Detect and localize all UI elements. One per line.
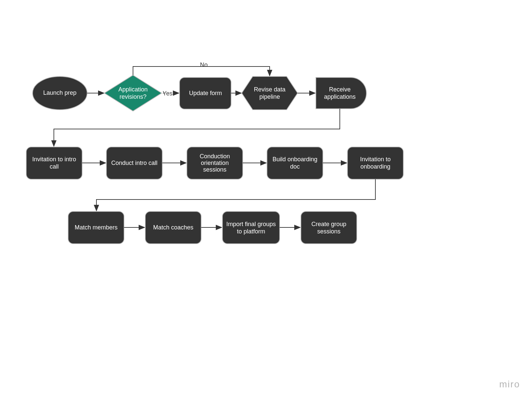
node-builddoc-l1: Build onboarding	[272, 156, 317, 163]
node-launch-prep-label: Launch prep	[43, 89, 76, 96]
node-revise-data-l2: pipeline	[259, 93, 280, 100]
edge-receive-to-inviteintro	[54, 109, 340, 146]
svg-rect-12	[222, 211, 280, 244]
edge-inviteonboard-to-matchmembers	[96, 179, 375, 211]
node-conduct-intro[interactable]: Conduct intro call	[106, 147, 162, 179]
node-app-rev-l1: Application	[118, 86, 148, 93]
node-orientation-l3: sessions	[203, 166, 226, 173]
node-inviteonboard-l1: Invitation to	[360, 156, 391, 163]
node-invite-intro-l2: call	[50, 163, 59, 170]
node-invite-intro-l1: Invitation to intro	[32, 156, 76, 163]
node-match-coaches-label: Match coaches	[153, 224, 193, 231]
node-match-coaches[interactable]: Match coaches	[145, 211, 201, 244]
node-update-form[interactable]: Update form	[180, 77, 231, 109]
node-receive-l1: Receive	[329, 86, 350, 93]
node-receive-applications[interactable]: Receive applications	[316, 77, 366, 109]
node-create-sessions[interactable]: Create group sessions	[301, 211, 357, 244]
node-import-l2: to platform	[237, 228, 265, 235]
flowchart-svg: Launch prep Application revisions? Yes N…	[0, 0, 532, 399]
node-inviteonboard-l2: onboarding	[360, 163, 390, 170]
flowchart-canvas: Launch prep Application revisions? Yes N…	[0, 0, 532, 399]
node-update-form-label: Update form	[189, 90, 222, 96]
node-conduct-intro-label: Conduct intro call	[111, 160, 157, 166]
node-import-groups[interactable]: Import final groups to platform	[222, 211, 280, 244]
node-match-members-label: Match members	[74, 224, 117, 231]
node-application-revisions[interactable]: Application revisions?	[104, 75, 162, 111]
node-orientation-l2: orientation	[201, 160, 229, 166]
node-match-members[interactable]: Match members	[68, 211, 124, 244]
node-build-onboarding-doc[interactable]: Build onboarding doc	[267, 147, 323, 179]
svg-rect-13	[301, 211, 357, 244]
edge-label-yes: Yes	[163, 90, 172, 97]
node-create-l2: sessions	[317, 228, 340, 235]
node-import-l1: Import final groups	[226, 221, 276, 227]
node-builddoc-l2: doc	[290, 163, 300, 170]
node-orientation-sessions[interactable]: Conduction orientation sessions	[187, 147, 243, 179]
edge-label-no: No	[200, 62, 207, 68]
node-launch-prep[interactable]: Launch prep	[33, 76, 87, 110]
node-create-l1: Create group	[311, 221, 346, 227]
node-revise-data-pipeline[interactable]: Revise data pipeline	[242, 76, 298, 110]
miro-watermark: miro	[499, 379, 520, 390]
node-app-rev-l2: revisions?	[119, 93, 146, 100]
node-revise-data-l1: Revise data	[254, 86, 286, 93]
node-invitation-onboarding[interactable]: Invitation to onboarding	[347, 147, 403, 179]
node-receive-l2: applications	[324, 93, 355, 100]
node-orientation-l1: Conduction	[200, 153, 230, 160]
node-invitation-intro[interactable]: Invitation to intro call	[26, 147, 82, 179]
